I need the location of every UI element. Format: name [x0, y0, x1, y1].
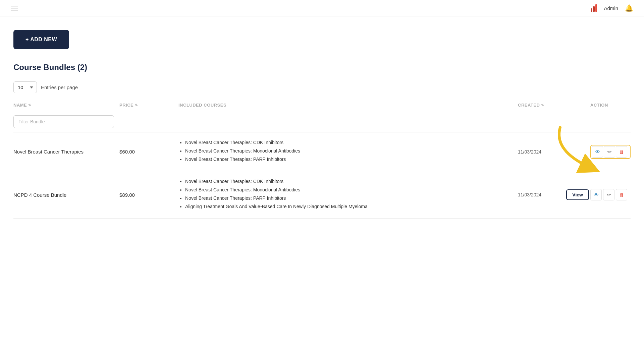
delete-button[interactable]: 🗑 — [616, 146, 627, 158]
course-item: Aligning Treatment Goals And Value-Based… — [185, 203, 513, 210]
header: Admin 🔔 — [0, 0, 644, 16]
entries-row: 10 25 50 100 Entries per page — [13, 81, 631, 93]
view-badge: View — [566, 189, 589, 200]
course-item: Novel Breast Cancer Therapies: CDK Inhib… — [185, 139, 513, 146]
sort-created-icon: ⇅ — [541, 103, 544, 107]
bundle-name: Novel Breast Cancer Therapies — [13, 149, 114, 155]
col-created[interactable]: CREATED ⇅ — [518, 103, 585, 108]
action-buttons-highlighted: 👁 ✏ 🗑 — [590, 145, 631, 159]
bundle-price: $60.00 — [119, 149, 173, 155]
col-price[interactable]: PRICE ⇅ — [119, 103, 173, 108]
admin-label: Admin — [604, 5, 618, 11]
bundle-created-date: 11/03/2024 — [518, 149, 585, 155]
bundle-name: NCPD 4 Course Bundle — [13, 192, 114, 198]
filter-row — [13, 111, 631, 132]
view-button[interactable]: 👁 — [590, 189, 602, 200]
table-row: NCPD 4 Course Bundle $89.00 Novel Breast… — [13, 171, 631, 219]
add-new-button[interactable]: + ADD NEW — [13, 30, 69, 49]
sort-name-icon: ⇅ — [28, 103, 31, 107]
entries-per-page-select[interactable]: 10 25 50 100 — [13, 81, 37, 93]
included-courses: Novel Breast Cancer Therapies: CDK Inhib… — [178, 139, 513, 164]
col-name[interactable]: NAME ⇅ — [13, 103, 114, 108]
delete-button[interactable]: 🗑 — [616, 189, 627, 200]
included-courses: Novel Breast Cancer Therapies: CDK Inhib… — [178, 178, 513, 212]
table-row: Novel Breast Cancer Therapies $60.00 Nov… — [13, 132, 631, 171]
edit-button[interactable]: ✏ — [604, 146, 615, 158]
course-item: Novel Breast Cancer Therapies: Monoclona… — [185, 186, 513, 193]
bundle-price: $89.00 — [119, 192, 173, 198]
rows-wrapper: Novel Breast Cancer Therapies $60.00 Nov… — [13, 132, 631, 219]
filter-bundle-input[interactable] — [13, 115, 114, 128]
table: NAME ⇅ PRICE ⇅ INCLUDED COURSES CREATED … — [13, 103, 631, 219]
main-content: + ADD NEW Course Bundles (2) 10 25 50 10… — [0, 16, 644, 232]
table-header: NAME ⇅ PRICE ⇅ INCLUDED COURSES CREATED … — [13, 103, 631, 111]
entries-label: Entries per page — [41, 84, 78, 90]
chart-icon — [591, 4, 597, 12]
header-left — [11, 6, 18, 10]
edit-button[interactable]: ✏ — [603, 189, 614, 200]
sort-price-icon: ⇅ — [135, 103, 138, 107]
course-item: Novel Breast Cancer Therapies: CDK Inhib… — [185, 178, 513, 185]
page-title: Course Bundles (2) — [13, 63, 631, 72]
hamburger-icon[interactable] — [11, 6, 18, 10]
view-button[interactable]: 👁 — [592, 146, 603, 158]
col-included-courses: INCLUDED COURSES — [178, 103, 513, 108]
col-action: ACTION — [590, 103, 631, 108]
course-item: Novel Breast Cancer Therapies: PARP Inhi… — [185, 156, 513, 163]
course-item: Novel Breast Cancer Therapies: Monoclona… — [185, 147, 513, 155]
action-buttons: View 👁 ✏ 🗑 — [590, 189, 631, 200]
course-item: Novel Breast Cancer Therapies: PARP Inhi… — [185, 195, 513, 202]
bell-icon[interactable]: 🔔 — [625, 4, 633, 12]
